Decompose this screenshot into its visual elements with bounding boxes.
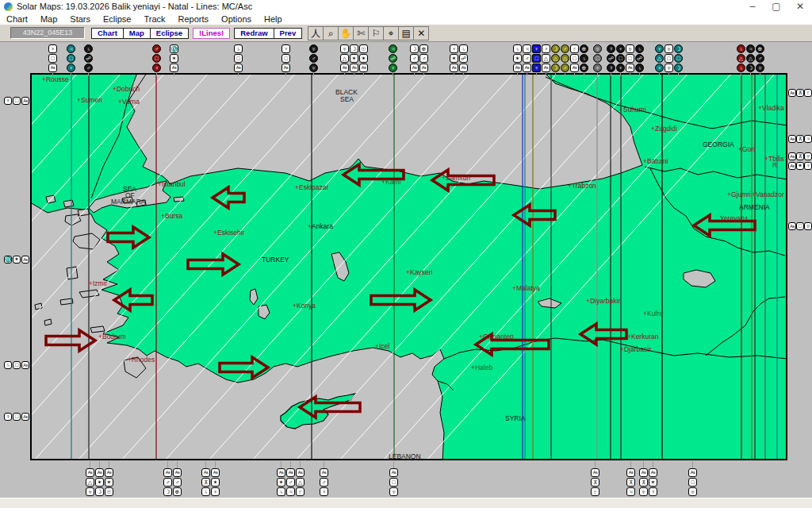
menu-item-map[interactable]: Map [34, 14, 63, 24]
notes-tool-icon[interactable]: ▤ [398, 26, 414, 40]
line-glyph-As: As [201, 468, 210, 477]
menu-item-stars[interactable]: Stars [63, 14, 97, 24]
line-glyph-♇: ♇ [591, 487, 599, 496]
line-glyph-♄: ♄ [201, 487, 210, 496]
line-glyph-As: As [173, 468, 182, 477]
line-glyph-As: As [86, 468, 94, 477]
map-label: +Bodrum [98, 333, 126, 341]
cut-tool-icon[interactable]: ✄ [353, 26, 369, 40]
zoom-tool-icon[interactable]: ⌕ [323, 26, 339, 40]
glyph-leader [659, 72, 660, 76]
line-glyph-□: □ [234, 54, 243, 63]
menu-item-chart[interactable]: Chart [0, 14, 34, 24]
toolbar-button-prev[interactable]: Prev [274, 28, 303, 39]
line-glyph-☽: ☽ [746, 64, 755, 72]
line-glyph-♇: ♇ [296, 487, 304, 496]
map-label: +Rhodes [128, 356, 155, 364]
glyph-leader [290, 461, 291, 468]
line-glyph-As: As [542, 64, 550, 72]
toolbar-button-map[interactable]: Map [123, 28, 151, 39]
line-glyph-□: □ [13, 361, 21, 369]
crosshair-tool-icon[interactable]: ⌖ [383, 26, 399, 40]
line-glyph-☽: ☽ [551, 44, 560, 53]
glyph-leader [760, 72, 760, 76]
minimize-button[interactable]: – [741, 0, 764, 13]
glyph-leader [463, 72, 464, 76]
line-glyph-♄: ♄ [459, 44, 468, 53]
line-glyph-♆: ♆ [616, 44, 625, 53]
glyph-leader [555, 72, 556, 76]
line-glyph-As: As [688, 468, 697, 477]
line-glyph-△: △ [296, 478, 304, 487]
line-glyph-☽: ☽ [674, 64, 683, 72]
map-label: +Izmir [89, 279, 108, 287]
line-glyph-As: As [788, 152, 796, 160]
menu-item-eclipse[interactable]: Eclipse [97, 14, 137, 24]
line-glyph-As: As [788, 135, 796, 143]
line-glyph-♄: ♄ [635, 44, 644, 53]
line-glyph-As: As [277, 468, 285, 477]
close-button[interactable]: ✕ [788, 0, 812, 13]
line-glyph-△: △ [655, 54, 664, 63]
line-glyph-♀: ♀ [649, 487, 657, 496]
line-glyph-♅: ♅ [626, 44, 634, 53]
map-label: +Gjumri [727, 190, 751, 198]
line-glyph-⊕: ⊕ [580, 64, 588, 72]
title-bar[interactable]: Solar Maps: 19.03.2026 Balik yeniayi - N… [0, 0, 812, 13]
line-glyph-☍: ☍ [389, 54, 397, 63]
menu-item-help[interactable]: Help [258, 14, 289, 24]
line-glyph-♂: ♂ [286, 478, 295, 487]
line-glyph-♀: ♀ [282, 44, 290, 53]
map-label: +Dobrich [113, 85, 140, 93]
map-label: +Kerkuran [627, 333, 659, 341]
line-glyph-♃: ♃ [804, 135, 812, 143]
glyph-leader [517, 72, 518, 76]
toolbar-button-chart[interactable]: Chart [91, 28, 124, 39]
line-glyph-✶: ✶ [359, 54, 368, 63]
map-canvas[interactable]: +Rousse+Dobrich+Sumen+Varna+IstanbulSEAO… [30, 73, 787, 460]
line-glyph-♂: ♂ [419, 54, 428, 63]
map-label: MARMARA [111, 198, 146, 206]
line-glyph-□: □ [48, 54, 57, 63]
toolbar-button-eclipse[interactable]: Eclipse [150, 28, 189, 39]
glyph-leader [52, 72, 53, 76]
line-glyph-⊼: ⊼ [796, 135, 804, 143]
line-glyph-✶: ✶ [277, 478, 285, 487]
line-glyph-✶: ✶ [211, 478, 220, 487]
line-glyph-△: △ [737, 54, 745, 63]
menu-item-options[interactable]: Options [215, 14, 258, 24]
pan-hand-tool-icon[interactable]: ✋ [338, 26, 354, 40]
menu-item-track[interactable]: Track [137, 14, 171, 24]
line-glyph-♂: ♂ [410, 54, 419, 63]
maximize-button[interactable]: ▢ [764, 0, 788, 13]
glyph-leader [750, 72, 751, 76]
line-glyph-⊕: ⊕ [419, 44, 428, 53]
glyph-leader [546, 72, 546, 76]
glyph-leader [363, 72, 364, 76]
line-glyph-♄: ♄ [234, 44, 243, 53]
menu-item-reports[interactable]: Reports [172, 14, 216, 24]
toolbar-button-redraw[interactable]: Redraw [234, 28, 274, 39]
line-glyph-♀: ♀ [152, 64, 161, 72]
glyph-leader [653, 461, 653, 468]
toolbar-button-lines[interactable]: !Lines! [193, 28, 230, 39]
line-glyph-♆: ♆ [4, 97, 12, 105]
line-glyph-♃: ♃ [67, 44, 75, 53]
pointer-tool-icon[interactable]: 人 [308, 26, 324, 40]
pin-tool-icon[interactable]: ⚐ [368, 26, 384, 40]
line-glyph-♆: ♆ [67, 64, 75, 72]
line-glyph-✶: ✶ [13, 256, 21, 264]
line-glyph-As: As [350, 64, 358, 72]
map-label: +Bursa [161, 212, 182, 220]
delete-tool-icon[interactable]: ✕ [413, 26, 429, 40]
line-glyph-♅: ♅ [309, 64, 318, 72]
line-glyph-✶: ✶ [649, 478, 657, 487]
glyph-leader [611, 72, 611, 76]
line-glyph-✶: ✶ [105, 478, 113, 487]
line-glyph-As: As [626, 468, 635, 477]
line-glyph-♆: ♆ [593, 64, 602, 72]
line-glyph-♂: ♂ [320, 478, 328, 487]
line-glyph-□: □ [152, 54, 161, 63]
line-glyph-♀: ♀ [542, 44, 550, 53]
glyph-leader [678, 72, 679, 76]
